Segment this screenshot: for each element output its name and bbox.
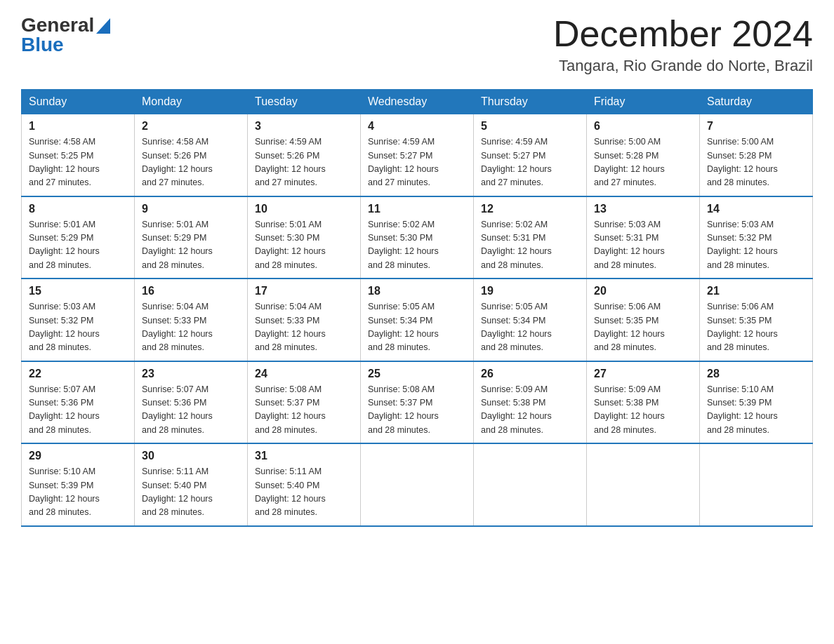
day-info: Sunrise: 5:06 AMSunset: 5:35 PMDaylight:… [594, 300, 692, 355]
day-number: 11 [368, 203, 466, 215]
calendar-cell: 16 Sunrise: 5:04 AMSunset: 5:33 PMDaylig… [135, 279, 248, 361]
day-info: Sunrise: 5:07 AMSunset: 5:36 PMDaylight:… [142, 383, 240, 438]
day-info: Sunrise: 5:01 AMSunset: 5:29 PMDaylight:… [142, 218, 240, 273]
calendar-week-1: 1 Sunrise: 4:58 AMSunset: 5:25 PMDayligh… [22, 114, 813, 196]
calendar-week-3: 15 Sunrise: 5:03 AMSunset: 5:32 PMDaylig… [22, 279, 813, 361]
day-info: Sunrise: 5:05 AMSunset: 5:34 PMDaylight:… [368, 300, 466, 355]
day-info: Sunrise: 5:04 AMSunset: 5:33 PMDaylight:… [255, 300, 353, 355]
calendar-cell: 20 Sunrise: 5:06 AMSunset: 5:35 PMDaylig… [587, 279, 700, 361]
calendar-cell: 24 Sunrise: 5:08 AMSunset: 5:37 PMDaylig… [248, 361, 361, 444]
calendar-cell: 12 Sunrise: 5:02 AMSunset: 5:31 PMDaylig… [474, 196, 587, 279]
weekday-header-wednesday: Wednesday [361, 90, 474, 114]
weekday-header-sunday: Sunday [22, 90, 135, 114]
calendar-cell: 22 Sunrise: 5:07 AMSunset: 5:36 PMDaylig… [22, 361, 135, 444]
day-number: 24 [255, 368, 353, 380]
day-number: 15 [29, 285, 127, 297]
day-number: 18 [368, 285, 466, 297]
calendar-cell: 9 Sunrise: 5:01 AMSunset: 5:29 PMDayligh… [135, 196, 248, 279]
day-number: 19 [481, 285, 579, 297]
day-info: Sunrise: 5:01 AMSunset: 5:29 PMDaylight:… [29, 218, 127, 273]
month-title: December 2024 [553, 14, 813, 54]
calendar-cell: 29 Sunrise: 5:10 AMSunset: 5:39 PMDaylig… [22, 443, 135, 526]
day-info: Sunrise: 5:02 AMSunset: 5:30 PMDaylight:… [368, 218, 466, 273]
day-number: 4 [368, 120, 466, 133]
day-number: 22 [29, 368, 127, 380]
calendar-cell [700, 443, 813, 526]
calendar-cell: 7 Sunrise: 5:00 AMSunset: 5:28 PMDayligh… [700, 114, 813, 196]
day-number: 5 [481, 120, 579, 133]
day-info: Sunrise: 5:03 AMSunset: 5:32 PMDaylight:… [707, 218, 805, 273]
day-number: 30 [142, 450, 240, 462]
day-info: Sunrise: 5:11 AMSunset: 5:40 PMDaylight:… [142, 465, 240, 520]
svg-marker-0 [96, 18, 110, 34]
calendar-cell: 3 Sunrise: 4:59 AMSunset: 5:26 PMDayligh… [248, 114, 361, 196]
day-number: 10 [255, 203, 353, 215]
day-info: Sunrise: 5:00 AMSunset: 5:28 PMDaylight:… [594, 135, 692, 190]
day-info: Sunrise: 5:09 AMSunset: 5:38 PMDaylight:… [594, 383, 692, 438]
calendar-cell: 5 Sunrise: 4:59 AMSunset: 5:27 PMDayligh… [474, 114, 587, 196]
day-number: 21 [707, 285, 805, 297]
calendar-cell: 6 Sunrise: 5:00 AMSunset: 5:28 PMDayligh… [587, 114, 700, 196]
day-number: 6 [594, 120, 692, 133]
logo-blue-text: Blue [21, 34, 64, 56]
day-info: Sunrise: 5:10 AMSunset: 5:39 PMDaylight:… [29, 465, 127, 520]
calendar-header: SundayMondayTuesdayWednesdayThursdayFrid… [22, 90, 813, 114]
day-info: Sunrise: 4:58 AMSunset: 5:25 PMDaylight:… [29, 135, 127, 190]
day-info: Sunrise: 5:08 AMSunset: 5:37 PMDaylight:… [255, 383, 353, 438]
calendar-body: 1 Sunrise: 4:58 AMSunset: 5:25 PMDayligh… [22, 114, 813, 526]
weekday-header-thursday: Thursday [474, 90, 587, 114]
calendar-cell: 28 Sunrise: 5:10 AMSunset: 5:39 PMDaylig… [700, 361, 813, 444]
calendar-cell [587, 443, 700, 526]
weekday-header-friday: Friday [587, 90, 700, 114]
calendar-cell: 23 Sunrise: 5:07 AMSunset: 5:36 PMDaylig… [135, 361, 248, 444]
day-info: Sunrise: 5:03 AMSunset: 5:31 PMDaylight:… [594, 218, 692, 273]
logo: General Blue [21, 14, 110, 56]
calendar-cell: 31 Sunrise: 5:11 AMSunset: 5:40 PMDaylig… [248, 443, 361, 526]
calendar-cell: 27 Sunrise: 5:09 AMSunset: 5:38 PMDaylig… [587, 361, 700, 444]
calendar-cell: 26 Sunrise: 5:09 AMSunset: 5:38 PMDaylig… [474, 361, 587, 444]
day-number: 9 [142, 203, 240, 215]
page-header: General Blue December 2024 Tangara, Rio … [21, 14, 813, 75]
day-info: Sunrise: 5:06 AMSunset: 5:35 PMDaylight:… [707, 300, 805, 355]
day-number: 28 [707, 368, 805, 380]
day-info: Sunrise: 5:02 AMSunset: 5:31 PMDaylight:… [481, 218, 579, 273]
day-info: Sunrise: 5:00 AMSunset: 5:28 PMDaylight:… [707, 135, 805, 190]
calendar-cell: 25 Sunrise: 5:08 AMSunset: 5:37 PMDaylig… [361, 361, 474, 444]
day-number: 26 [481, 368, 579, 380]
day-number: 14 [707, 203, 805, 215]
calendar-cell: 18 Sunrise: 5:05 AMSunset: 5:34 PMDaylig… [361, 279, 474, 361]
day-info: Sunrise: 5:10 AMSunset: 5:39 PMDaylight:… [707, 383, 805, 438]
calendar-cell: 8 Sunrise: 5:01 AMSunset: 5:29 PMDayligh… [22, 196, 135, 279]
calendar-cell: 30 Sunrise: 5:11 AMSunset: 5:40 PMDaylig… [135, 443, 248, 526]
calendar-week-4: 22 Sunrise: 5:07 AMSunset: 5:36 PMDaylig… [22, 361, 813, 444]
calendar-week-2: 8 Sunrise: 5:01 AMSunset: 5:29 PMDayligh… [22, 196, 813, 279]
day-number: 29 [29, 450, 127, 462]
calendar-cell: 21 Sunrise: 5:06 AMSunset: 5:35 PMDaylig… [700, 279, 813, 361]
day-number: 8 [29, 203, 127, 215]
logo-triangle-icon [96, 18, 110, 34]
calendar-cell: 2 Sunrise: 4:58 AMSunset: 5:26 PMDayligh… [135, 114, 248, 196]
day-info: Sunrise: 5:03 AMSunset: 5:32 PMDaylight:… [29, 300, 127, 355]
weekday-header-tuesday: Tuesday [248, 90, 361, 114]
day-number: 16 [142, 285, 240, 297]
calendar-cell: 10 Sunrise: 5:01 AMSunset: 5:30 PMDaylig… [248, 196, 361, 279]
day-number: 12 [481, 203, 579, 215]
day-info: Sunrise: 5:01 AMSunset: 5:30 PMDaylight:… [255, 218, 353, 273]
day-info: Sunrise: 4:59 AMSunset: 5:26 PMDaylight:… [255, 135, 353, 190]
day-info: Sunrise: 4:58 AMSunset: 5:26 PMDaylight:… [142, 135, 240, 190]
calendar-cell: 19 Sunrise: 5:05 AMSunset: 5:34 PMDaylig… [474, 279, 587, 361]
day-info: Sunrise: 5:08 AMSunset: 5:37 PMDaylight:… [368, 383, 466, 438]
calendar-cell: 4 Sunrise: 4:59 AMSunset: 5:27 PMDayligh… [361, 114, 474, 196]
weekday-header-row: SundayMondayTuesdayWednesdayThursdayFrid… [22, 90, 813, 114]
calendar-cell [474, 443, 587, 526]
day-info: Sunrise: 5:11 AMSunset: 5:40 PMDaylight:… [255, 465, 353, 520]
day-number: 2 [142, 120, 240, 133]
location-subtitle: Tangara, Rio Grande do Norte, Brazil [553, 57, 813, 75]
day-number: 7 [707, 120, 805, 133]
day-number: 25 [368, 368, 466, 380]
weekday-header-saturday: Saturday [700, 90, 813, 114]
day-number: 31 [255, 450, 353, 462]
day-number: 17 [255, 285, 353, 297]
day-info: Sunrise: 4:59 AMSunset: 5:27 PMDaylight:… [368, 135, 466, 190]
day-number: 1 [29, 120, 127, 133]
